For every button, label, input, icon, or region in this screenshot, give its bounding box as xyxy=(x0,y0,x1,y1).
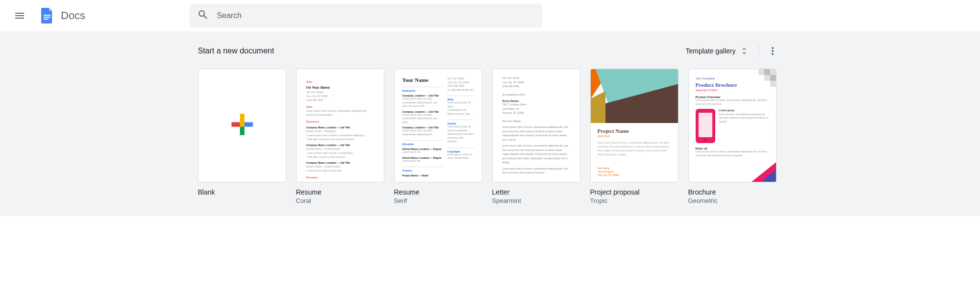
template-thumb: Project Name 20XX.20XX Lorem ipsum dolor… xyxy=(590,69,678,182)
template-title: Letter xyxy=(492,188,580,196)
svg-rect-12 xyxy=(758,69,764,75)
template-title: Resume xyxy=(394,188,482,196)
search-input[interactable] xyxy=(217,11,534,20)
template-thumb: Hello I'm Your Name 123 Your StreetYour … xyxy=(296,69,384,182)
template-subtitle: Coral xyxy=(296,197,384,204)
search-container xyxy=(189,4,542,27)
svg-rect-13 xyxy=(764,69,770,75)
template-card-project-proposal-tropic[interactable]: Project Name 20XX.20XX Lorem ipsum dolor… xyxy=(590,69,678,204)
unfold-more-icon xyxy=(740,47,749,55)
template-card-blank[interactable]: Blank xyxy=(198,69,286,204)
hamburger-icon xyxy=(14,10,25,22)
more-vert-icon xyxy=(767,45,779,57)
svg-rect-1 xyxy=(44,17,50,18)
template-card-resume-serif[interactable]: Your Name Experience Company, Location —… xyxy=(394,69,482,204)
svg-rect-14 xyxy=(770,69,776,75)
template-card-resume-coral[interactable]: Hello I'm Your Name 123 Your StreetYour … xyxy=(296,69,384,204)
template-section: Start a new document Template gallery xyxy=(0,31,980,216)
svg-rect-3 xyxy=(240,114,244,123)
svg-rect-5 xyxy=(231,122,241,126)
svg-rect-7 xyxy=(240,122,244,126)
template-row: Blank Hello I'm Your Name 123 Your Stree… xyxy=(198,69,782,204)
app-logo[interactable]: Docs xyxy=(35,6,85,25)
svg-rect-0 xyxy=(44,15,50,16)
svg-rect-16 xyxy=(770,75,776,81)
template-thumb: Your Company Product Brochure September … xyxy=(688,69,777,182)
section-title: Start a new document xyxy=(198,47,275,55)
svg-marker-11 xyxy=(591,91,605,123)
template-gallery-label: Template gallery xyxy=(686,47,736,55)
main-menu-button[interactable] xyxy=(8,4,31,27)
template-title: Project proposal xyxy=(590,188,678,196)
template-subtitle: Serif xyxy=(394,197,482,204)
template-title: Blank xyxy=(198,188,286,196)
template-gallery-button[interactable]: Template gallery xyxy=(680,43,754,59)
template-subtitle: Tropic xyxy=(590,197,678,204)
more-options-button[interactable] xyxy=(763,41,782,61)
template-card-letter-spearmint[interactable]: 123 Your StreetYour City, ST 12345(123) … xyxy=(492,69,580,204)
app-name: Docs xyxy=(61,9,85,22)
header-bar: Docs xyxy=(0,0,980,31)
divider xyxy=(758,44,759,58)
svg-rect-17 xyxy=(770,81,776,87)
template-thumb xyxy=(198,69,286,182)
svg-rect-2 xyxy=(44,19,49,20)
template-thumb: Your Name Experience Company, Location —… xyxy=(394,69,482,182)
template-title: Brochure xyxy=(688,188,777,196)
template-card-brochure-geometric[interactable]: Your Company Product Brochure September … xyxy=(688,69,777,204)
section-header: Start a new document Template gallery xyxy=(198,39,782,63)
template-subtitle: Spearmint xyxy=(492,197,580,204)
template-thumb: 123 Your StreetYour City, ST 12345(123) … xyxy=(492,69,580,182)
template-subtitle: Geometric xyxy=(688,197,777,204)
search-bar[interactable] xyxy=(189,4,542,27)
search-icon xyxy=(197,9,209,23)
docs-icon xyxy=(37,6,57,25)
svg-rect-6 xyxy=(244,122,253,126)
plus-icon xyxy=(228,111,256,140)
template-title: Resume xyxy=(296,188,384,196)
svg-rect-4 xyxy=(240,126,244,135)
svg-rect-15 xyxy=(764,75,770,81)
